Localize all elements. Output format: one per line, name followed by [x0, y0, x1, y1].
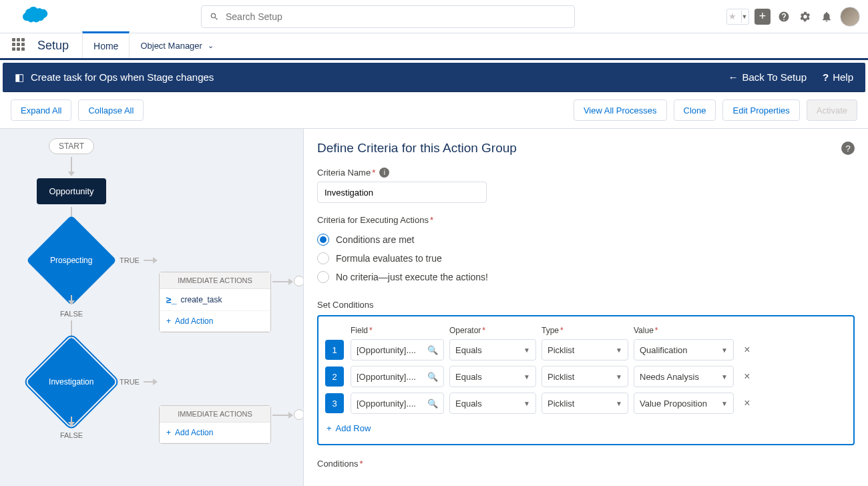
- setup-gear-icon[interactable]: [797, 9, 813, 25]
- field-picker[interactable]: [Opportunity]....🔍: [351, 366, 444, 387]
- condition-row: 1 [Opportunity]....🔍 Equals▼ Picklist▼ Q…: [325, 339, 847, 360]
- condition-row: 2 [Opportunity]....🔍 Equals▼ Picklist▼ N…: [325, 366, 847, 387]
- favorites-menu[interactable]: ★▼: [726, 9, 749, 25]
- criteria-node-prospecting[interactable]: Prospecting: [26, 215, 117, 306]
- search-icon: [210, 12, 219, 21]
- chevron-down-icon: ▼: [721, 346, 728, 354]
- immediate-actions-header: IMMEDIATE ACTIONS: [160, 406, 270, 423]
- row-number: 2: [325, 367, 344, 387]
- radio-icon: [317, 271, 329, 283]
- chevron-down-icon: ⌄: [208, 41, 214, 50]
- process-icon: ◧: [15, 71, 24, 83]
- arrow-left-icon: ←: [728, 71, 738, 83]
- immediate-actions-card-1: IMMEDIATE ACTIONS ≥_create_task +Add Act…: [159, 272, 271, 332]
- radio-no-criteria[interactable]: No criteria—just execute the actions!: [317, 268, 855, 286]
- radio-icon: [317, 252, 329, 264]
- global-create-button[interactable]: +: [754, 9, 771, 25]
- start-node: START: [49, 138, 94, 154]
- plus-icon: +: [166, 428, 171, 437]
- tab-home[interactable]: Home: [82, 31, 130, 58]
- criteria-node-investigation[interactable]: Investigation: [26, 336, 117, 427]
- add-row-button[interactable]: +Add Row: [325, 419, 847, 437]
- flow-icon: ≥_: [166, 294, 176, 305]
- row-number: 3: [325, 393, 344, 413]
- type-select[interactable]: Picklist▼: [541, 339, 628, 360]
- tab-object-manager[interactable]: Object Manager⌄: [130, 41, 224, 51]
- value-select[interactable]: Value Proposition▼: [634, 393, 734, 414]
- operator-select[interactable]: Equals▼: [449, 366, 536, 387]
- operator-select[interactable]: Equals▼: [449, 393, 536, 414]
- help-icon[interactable]: [776, 9, 792, 25]
- add-action-button[interactable]: +Add Action: [160, 423, 270, 443]
- search-icon: 🔍: [427, 399, 438, 409]
- collapse-all-button[interactable]: Collapse All: [78, 99, 144, 121]
- app-launcher-icon[interactable]: [12, 38, 28, 54]
- type-select[interactable]: Picklist▼: [541, 366, 628, 387]
- field-picker[interactable]: [Opportunity]....🔍: [351, 339, 444, 360]
- add-action-button[interactable]: +Add Action: [160, 311, 270, 332]
- process-name: Create task for Ops when Stage changes: [31, 71, 214, 83]
- type-select[interactable]: Picklist▼: [541, 393, 628, 414]
- col-field: Field: [351, 326, 444, 335]
- search-icon: 🔍: [427, 345, 438, 355]
- immediate-actions-header: IMMEDIATE ACTIONS: [160, 272, 270, 289]
- conditions-label: Conditions: [317, 459, 363, 469]
- conditions-box: Field Operator Type Value 1 [Opportunity…: [317, 315, 855, 445]
- delete-row-button[interactable]: ×: [739, 397, 755, 409]
- salesforce-logo: [8, 3, 49, 29]
- chevron-down-icon: ▼: [616, 400, 622, 407]
- immediate-actions-card-2: IMMEDIATE ACTIONS +Add Action: [159, 405, 271, 444]
- true-label: TRUE: [120, 256, 140, 264]
- action-item[interactable]: ≥_create_task: [160, 289, 270, 311]
- radio-formula[interactable]: Formula evaluates to true: [317, 249, 855, 268]
- criteria-name-label: Criteria Name: [317, 168, 375, 178]
- chevron-down-icon: ▼: [616, 373, 622, 381]
- false-label: FALSE: [60, 310, 83, 318]
- object-node[interactable]: Opportunity: [37, 178, 105, 204]
- row-number: 1: [325, 340, 344, 360]
- process-canvas: START Opportunity Prospecting TRUE FALSE…: [0, 128, 304, 486]
- chevron-down-icon: ▼: [721, 373, 728, 381]
- plus-icon: +: [166, 316, 171, 326]
- chevron-down-icon: ▼: [721, 400, 728, 407]
- radio-conditions-met[interactable]: Conditions are met: [317, 230, 855, 249]
- activate-button: Activate: [807, 99, 857, 121]
- view-all-processes-button[interactable]: View All Processes: [574, 99, 667, 121]
- edit-properties-button[interactable]: Edit Properties: [722, 99, 799, 121]
- panel-help-icon[interactable]: ?: [841, 142, 855, 155]
- true-label: TRUE: [120, 378, 140, 386]
- col-type: Type: [541, 326, 628, 335]
- chevron-down-icon: ▼: [523, 373, 530, 381]
- notifications-bell-icon[interactable]: [819, 9, 835, 25]
- col-operator: Operator: [449, 326, 536, 335]
- delete-row-button[interactable]: ×: [739, 371, 755, 383]
- panel-title: Define Criteria for this Action Group: [317, 141, 517, 156]
- help-link[interactable]: ?Help: [823, 71, 853, 83]
- criteria-panel: Define Criteria for this Action Group ? …: [304, 128, 868, 486]
- operator-select[interactable]: Equals▼: [449, 339, 536, 360]
- search-icon: 🔍: [427, 372, 438, 382]
- field-picker[interactable]: [Opportunity]....🔍: [351, 393, 444, 414]
- chevron-down-icon: ▼: [523, 346, 530, 354]
- col-value: Value: [634, 326, 734, 335]
- expand-all-button[interactable]: Expand All: [11, 99, 71, 121]
- chevron-down-icon: ▼: [616, 346, 622, 354]
- value-select[interactable]: Qualification▼: [634, 339, 734, 360]
- radio-icon: [317, 234, 329, 246]
- exec-criteria-label: Criteria for Executing Actions: [317, 215, 433, 225]
- delete-row-button[interactable]: ×: [739, 344, 755, 356]
- false-label: FALSE: [60, 431, 83, 439]
- question-icon: ?: [823, 71, 829, 83]
- search-input[interactable]: [226, 11, 566, 22]
- set-conditions-label: Set Conditions: [317, 300, 855, 310]
- value-select[interactable]: Needs Analysis▼: [634, 366, 734, 387]
- user-avatar[interactable]: [840, 7, 860, 27]
- criteria-name-input[interactable]: [317, 182, 487, 203]
- clone-button[interactable]: Clone: [674, 99, 716, 121]
- app-title: Setup: [37, 39, 69, 53]
- info-icon[interactable]: i: [379, 168, 389, 178]
- plus-icon: +: [327, 423, 332, 433]
- global-search[interactable]: [201, 5, 575, 28]
- chevron-down-icon: ▼: [523, 400, 530, 407]
- back-to-setup-link[interactable]: ←Back To Setup: [728, 71, 807, 83]
